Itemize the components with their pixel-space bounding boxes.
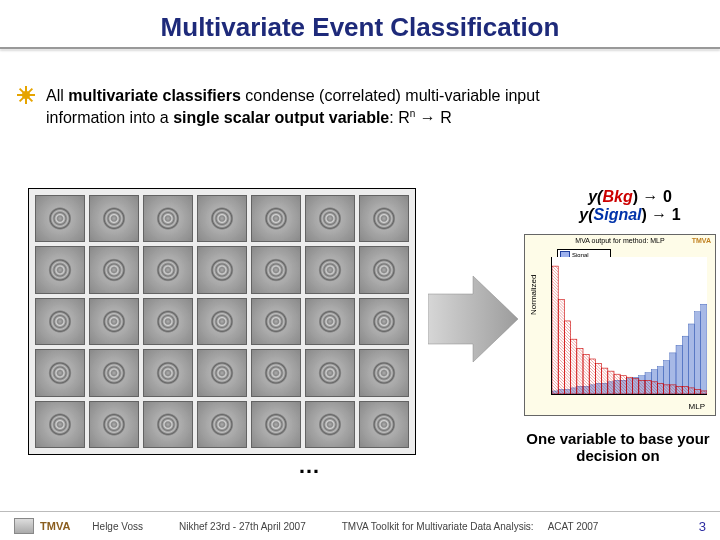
svg-line-169 <box>577 364 583 370</box>
svg-rect-22 <box>682 336 688 394</box>
svg-line-245 <box>612 371 614 373</box>
svg-line-55 <box>552 311 558 317</box>
svg-line-91 <box>558 343 564 349</box>
svg-line-49 <box>552 328 558 334</box>
svg-line-71 <box>555 266 558 269</box>
svg-line-134 <box>566 321 571 326</box>
y-signal-label: y(Signal) → 1 <box>540 206 720 224</box>
svg-line-63 <box>552 287 558 293</box>
svg-line-68 <box>552 272 558 278</box>
input-tile <box>197 298 247 345</box>
svg-line-183 <box>583 379 589 385</box>
svg-line-218 <box>595 370 601 376</box>
svg-line-70 <box>552 266 558 272</box>
output-caption: One variable to base your decision on <box>513 430 720 464</box>
svg-line-216 <box>595 376 601 382</box>
svg-line-115 <box>564 376 570 382</box>
svg-line-89 <box>558 349 564 355</box>
svg-line-94 <box>558 334 564 340</box>
input-tile <box>89 298 139 345</box>
svg-line-87 <box>558 355 564 361</box>
svg-marker-0 <box>428 276 518 362</box>
svg-line-170 <box>577 361 583 367</box>
svg-line-173 <box>577 352 583 358</box>
input-tile <box>89 401 139 448</box>
input-tile <box>35 349 85 396</box>
svg-line-153 <box>571 346 577 352</box>
svg-line-44 <box>552 343 558 349</box>
svg-line-51 <box>552 323 558 329</box>
svg-line-47 <box>552 334 558 340</box>
mva-output-plot: MVA output for method: MLP TMVA Signal B… <box>524 234 716 416</box>
svg-line-142 <box>571 379 577 385</box>
input-tile <box>35 298 85 345</box>
output-labels: y(Bkg) → 0 y(Signal) → 1 <box>540 188 720 224</box>
svg-line-201 <box>589 376 595 382</box>
svg-line-230 <box>602 376 608 382</box>
input-tile <box>359 195 409 242</box>
svg-line-52 <box>552 320 558 326</box>
svg-rect-25 <box>701 304 707 394</box>
svg-line-100 <box>558 317 564 323</box>
svg-line-104 <box>558 305 564 311</box>
svg-line-128 <box>564 337 570 343</box>
svg-line-165 <box>577 376 583 382</box>
input-tile <box>251 246 301 293</box>
logo-icon <box>14 518 34 534</box>
svg-line-114 <box>564 379 570 385</box>
svg-line-43 <box>552 346 558 352</box>
svg-line-67 <box>552 275 558 281</box>
svg-line-126 <box>564 343 570 349</box>
svg-line-254 <box>615 374 620 379</box>
input-tile <box>359 401 409 448</box>
svg-line-120 <box>564 361 570 367</box>
svg-line-50 <box>552 326 558 332</box>
svg-line-231 <box>602 373 608 379</box>
svg-line-124 <box>564 349 570 355</box>
input-tile <box>305 246 355 293</box>
svg-line-145 <box>571 370 577 376</box>
svg-line-36 <box>552 367 558 373</box>
svg-line-118 <box>564 367 570 373</box>
input-tile <box>305 195 355 242</box>
ellipsis: … <box>298 453 320 479</box>
svg-line-64 <box>552 284 558 290</box>
svg-line-185 <box>583 373 589 379</box>
svg-line-127 <box>564 340 570 346</box>
svg-line-171 <box>577 358 583 364</box>
footer-venue: Nikhef 23rd - 27th April 2007 <box>179 521 306 532</box>
svg-line-123 <box>564 352 570 358</box>
svg-line-57 <box>552 305 558 311</box>
svg-line-242 <box>608 376 614 382</box>
input-tile <box>251 349 301 396</box>
footer-talk: TMVA Toolkit for Multivariate Data Analy… <box>342 521 534 532</box>
svg-line-54 <box>552 314 558 320</box>
input-tile <box>251 298 301 345</box>
svg-line-65 <box>552 281 558 287</box>
svg-line-234 <box>606 368 608 370</box>
svg-line-147 <box>571 364 577 370</box>
svg-line-81 <box>558 373 564 379</box>
page-title: Multivariate Event Classification <box>0 0 720 43</box>
svg-line-82 <box>558 370 564 376</box>
svg-line-103 <box>558 308 564 314</box>
plot-ylabel: Normalized <box>529 275 538 315</box>
svg-line-42 <box>552 349 558 355</box>
svg-line-188 <box>583 364 589 370</box>
svg-line-143 <box>571 376 577 382</box>
svg-line-166 <box>577 373 583 379</box>
svg-rect-26 <box>552 266 558 394</box>
svg-line-101 <box>558 314 564 320</box>
svg-line-117 <box>564 370 570 376</box>
svg-line-46 <box>552 337 558 343</box>
title-underline <box>0 47 720 49</box>
input-tile <box>89 195 139 242</box>
svg-line-92 <box>558 340 564 346</box>
input-tile <box>143 246 193 293</box>
svg-line-130 <box>564 331 570 337</box>
plot-axes <box>551 257 707 395</box>
svg-line-205 <box>589 364 595 370</box>
svg-line-95 <box>558 331 564 337</box>
svg-line-204 <box>589 367 595 373</box>
svg-line-264 <box>623 376 627 380</box>
